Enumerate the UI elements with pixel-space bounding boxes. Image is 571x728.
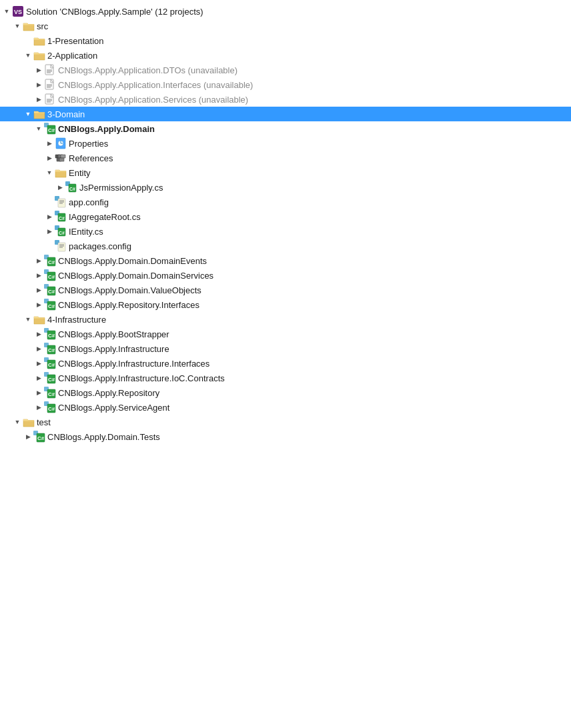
item-label-domain-services: CNBlogs.Apply.Domain.DomainServices bbox=[58, 271, 213, 280]
expand-btn-jspermission[interactable] bbox=[55, 182, 65, 193]
expand-btn-infrastructure[interactable] bbox=[33, 343, 44, 354]
tree-item-app-services[interactable]: CNBlogs.Apply.Application.Services (unav… bbox=[0, 92, 571, 107]
tree-item-entity-folder[interactable]: Entity bbox=[0, 165, 571, 180]
expand-btn-iaggregate[interactable] bbox=[44, 211, 55, 222]
item-label-app-dtos: CNBlogs.Apply.Application.DTOs (unavaila… bbox=[58, 66, 237, 75]
expand-btn-repo-interfaces[interactable] bbox=[33, 299, 44, 310]
tree-item-solution[interactable]: VS Solution 'CNBlogs.Apply.Sample' (12 p… bbox=[0, 4, 571, 19]
expand-btn-serviceagent[interactable] bbox=[33, 402, 44, 413]
item-label-repo-interfaces: CNBlogs.Apply.Repository.Interfaces bbox=[58, 301, 199, 309]
expand-btn-app-services[interactable] bbox=[33, 94, 44, 105]
item-label-serviceagent: CNBlogs.Apply.ServiceAgent bbox=[58, 403, 169, 412]
folder-icon bbox=[33, 108, 45, 120]
expand-btn-properties[interactable] bbox=[44, 138, 55, 149]
folder-icon bbox=[55, 167, 67, 179]
expand-btn-infra-ioc[interactable] bbox=[33, 373, 44, 383]
expand-btn-application[interactable] bbox=[23, 50, 33, 61]
svg-text:C#: C# bbox=[59, 231, 65, 235]
expand-btn-infra-interfaces[interactable] bbox=[33, 358, 44, 369]
svg-text:C#: C# bbox=[37, 435, 45, 441]
folder-icon bbox=[23, 416, 35, 428]
expand-btn-test-folder[interactable] bbox=[12, 417, 23, 427]
expand-btn-app-interfaces[interactable] bbox=[33, 79, 44, 90]
item-label-repository: CNBlogs.Apply.Repository bbox=[58, 389, 159, 397]
tree-item-domain-folder[interactable]: 3-Domain bbox=[0, 107, 571, 121]
item-label-iaggregate: IAggregateRoot.cs bbox=[69, 213, 141, 221]
expand-btn-domain-services[interactable] bbox=[33, 270, 44, 281]
tree-item-domain-services[interactable]: C# CNBlogs.Apply.Domain.DomainServices bbox=[0, 268, 571, 283]
item-label-app-services: CNBlogs.Apply.Application.Services (unav… bbox=[58, 95, 248, 104]
tree-item-test-folder[interactable]: test bbox=[0, 415, 571, 429]
tree-item-app-config[interactable]: app.config bbox=[0, 195, 571, 209]
csharp-file-icon: C# bbox=[55, 211, 67, 223]
expand-btn-solution[interactable] bbox=[1, 6, 12, 17]
tree-item-packages-config[interactable]: packages.config bbox=[0, 239, 571, 253]
item-label-properties: Properties bbox=[69, 139, 108, 148]
svg-text:C#: C# bbox=[48, 377, 55, 383]
expand-btn-references[interactable] bbox=[44, 153, 55, 163]
csharp-project-icon: C# bbox=[44, 284, 56, 296]
tree-item-application[interactable]: 2-Application bbox=[0, 48, 571, 63]
tree-item-domain-events[interactable]: C# CNBlogs.Apply.Domain.DomainEvents bbox=[0, 253, 571, 268]
svg-text:C#: C# bbox=[48, 259, 55, 265]
tree-item-infra-interfaces[interactable]: C# CNBlogs.Apply.Infrastructure.Interfac… bbox=[0, 356, 571, 371]
csharp-project-icon: C# bbox=[44, 123, 56, 135]
csharp-file-icon: C# bbox=[55, 225, 67, 237]
tree-item-src[interactable]: src bbox=[0, 19, 571, 33]
svg-rect-21 bbox=[61, 155, 65, 158]
expand-btn-domain-tests[interactable] bbox=[23, 431, 33, 442]
svg-text:C#: C# bbox=[48, 333, 55, 339]
tree-item-presentation[interactable]: 1-Presentation bbox=[0, 33, 571, 48]
item-label-solution: Solution 'CNBlogs.Apply.Sample' (12 proj… bbox=[26, 7, 203, 16]
tree-item-iaggregate[interactable]: C# IAggregateRoot.cs bbox=[0, 209, 571, 224]
tree-item-domain-valueobjects[interactable]: C# CNBlogs.Apply.Domain.ValueObjects bbox=[0, 283, 571, 297]
tree-item-infra-ioc[interactable]: C# CNBlogs.Apply.Infrastructure.IoC.Cont… bbox=[0, 371, 571, 385]
tree-item-infrastructure-folder[interactable]: 4-Infrastructure bbox=[0, 312, 571, 327]
tree-item-app-dtos[interactable]: CNBlogs.Apply.Application.DTOs (unavaila… bbox=[0, 63, 571, 77]
tree-item-infrastructure[interactable]: C# CNBlogs.Apply.Infrastructure bbox=[0, 341, 571, 356]
item-label-packages-config: packages.config bbox=[69, 242, 131, 251]
expand-btn-domain-folder[interactable] bbox=[23, 109, 33, 119]
item-label-ientity: IEntity.cs bbox=[69, 227, 103, 236]
expand-btn-bootstrapper[interactable] bbox=[33, 329, 44, 339]
tree-item-jspermission[interactable]: C# JsPermissionApply.cs bbox=[0, 180, 571, 195]
expand-btn-entity-folder[interactable] bbox=[44, 167, 55, 178]
svg-text:C#: C# bbox=[48, 274, 55, 280]
svg-text:C#: C# bbox=[48, 289, 55, 295]
svg-rect-23 bbox=[59, 158, 64, 161]
expand-btn-infrastructure-folder[interactable] bbox=[23, 314, 33, 325]
item-label-infrastructure-folder: 4-Infrastructure bbox=[47, 315, 106, 324]
svg-text:C#: C# bbox=[59, 216, 65, 221]
expand-btn-domain-events[interactable] bbox=[33, 255, 44, 266]
tree-item-properties[interactable]: Properties bbox=[0, 136, 571, 151]
tree-item-repo-interfaces[interactable]: C# CNBlogs.Apply.Repository.Interfaces bbox=[0, 297, 571, 312]
item-label-domain-project: CNBlogs.Apply.Domain bbox=[58, 125, 155, 133]
csharp-project-icon: C# bbox=[44, 401, 56, 413]
item-label-domain-folder: 3-Domain bbox=[47, 110, 85, 119]
tree-item-references[interactable]: References bbox=[0, 151, 571, 165]
tree-item-repository[interactable]: C# CNBlogs.Apply.Repository bbox=[0, 385, 571, 400]
expand-btn-app-dtos[interactable] bbox=[33, 65, 44, 75]
item-label-src: src bbox=[37, 22, 48, 31]
item-label-domain-events: CNBlogs.Apply.Domain.DomainEvents bbox=[58, 257, 207, 265]
tree-item-serviceagent[interactable]: C# CNBlogs.Apply.ServiceAgent bbox=[0, 400, 571, 415]
file-doc-icon bbox=[44, 79, 56, 91]
tree-item-bootstrapper[interactable]: C# CNBlogs.Apply.BootStrapper bbox=[0, 327, 571, 341]
csharp-project-icon: C# bbox=[44, 269, 56, 281]
expand-btn-domain-valueobjects[interactable] bbox=[33, 285, 44, 295]
item-label-infrastructure: CNBlogs.Apply.Infrastructure bbox=[58, 345, 169, 353]
tree-item-app-interfaces[interactable]: CNBlogs.Apply.Application.Interfaces (un… bbox=[0, 77, 571, 92]
tree-item-domain-tests[interactable]: C# CNBlogs.Apply.Domain.Tests bbox=[0, 429, 571, 444]
expand-btn-domain-project[interactable] bbox=[33, 123, 44, 134]
expand-btn-src[interactable] bbox=[12, 21, 23, 31]
csharp-file-icon: C# bbox=[65, 181, 77, 193]
expand-btn-ientity[interactable] bbox=[44, 226, 55, 237]
tree-item-domain-project[interactable]: C# CNBlogs.Apply.Domain bbox=[0, 121, 571, 136]
svg-text:C#: C# bbox=[48, 127, 55, 133]
folder-icon bbox=[33, 35, 45, 47]
expand-btn-repository[interactable] bbox=[33, 387, 44, 398]
tree-item-ientity[interactable]: C# IEntity.cs bbox=[0, 224, 571, 239]
solution-explorer: VS Solution 'CNBlogs.Apply.Sample' (12 p… bbox=[0, 0, 571, 448]
file-doc-icon bbox=[44, 64, 56, 76]
item-label-references: References bbox=[69, 154, 113, 163]
